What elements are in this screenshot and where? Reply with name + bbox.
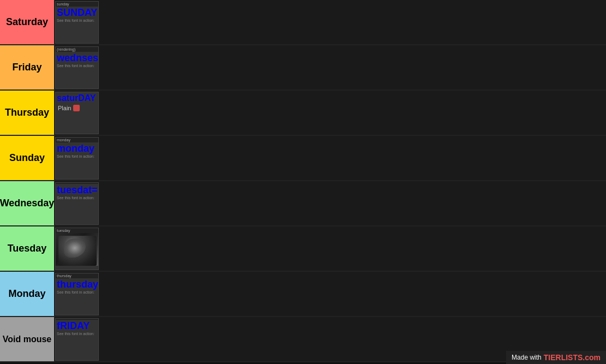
tier-items-tuesday[interactable]: tuesday bbox=[54, 226, 606, 271]
card-label-small: thursday bbox=[56, 273, 98, 278]
card-main-text: SUNDAY bbox=[56, 7, 98, 19]
card-label-small: sunday bbox=[56, 2, 98, 7]
tier-label-voidmouse: Void mouse bbox=[0, 317, 54, 361]
card-image bbox=[56, 233, 98, 266]
footer-brand: TIERLISTS.com bbox=[544, 353, 601, 362]
card-label-small: tuesday bbox=[56, 228, 98, 233]
card-main-text: saturDAY bbox=[56, 92, 98, 103]
tier-items-wednesday[interactable]: tuesdat= See this font in action: bbox=[54, 181, 606, 225]
tier-items-monday[interactable]: thursday thursday See this font in actio… bbox=[54, 272, 606, 316]
card-sub-text: See this font in action: bbox=[56, 63, 98, 68]
tier-card-saturday-card[interactable]: saturDAY Plain bbox=[55, 92, 99, 134]
card-main-text: tuesdat= bbox=[56, 184, 98, 196]
footer-made-with: Made with bbox=[512, 354, 542, 361]
tier-card-monday-card[interactable]: monday monday See this font in action: bbox=[55, 137, 99, 180]
footer: Made with TIERLISTS.com bbox=[506, 351, 606, 364]
card-plain: Plain bbox=[57, 104, 72, 112]
tier-items-sunday[interactable]: monday monday See this font in action: bbox=[54, 136, 606, 180]
tier-label-saturday: Saturday bbox=[0, 0, 54, 44]
card-main-text: fRIDAY bbox=[56, 320, 98, 332]
tier-row-wednesday: Wednesday tuesdat= See this font in acti… bbox=[0, 181, 606, 226]
tier-card-sunday-card[interactable]: sunday SUNDAY See this font in action: bbox=[55, 1, 99, 44]
tier-card-friday-card[interactable]: fRIDAY See this font in action: bbox=[55, 318, 99, 361]
tier-row-tuesday: Tuesday tuesday bbox=[0, 226, 606, 272]
card-label-small: monday bbox=[56, 138, 98, 142]
tier-card-image-card[interactable]: tuesday bbox=[55, 228, 99, 270]
tier-items-friday[interactable]: (rendering) wednsesne See this font in a… bbox=[54, 45, 606, 89]
card-sub-text: See this font in action: bbox=[56, 331, 98, 336]
tier-label-wednesday: Wednesday bbox=[0, 181, 54, 225]
card-main-text: wednsesne bbox=[56, 52, 98, 64]
tier-label-thursday: Thursday bbox=[0, 91, 54, 135]
tier-row-thursday: Thursday saturDAY Plain bbox=[0, 91, 606, 136]
card-main-text: thursday bbox=[56, 278, 98, 290]
tier-items-saturday[interactable]: sunday SUNDAY See this font in action: bbox=[54, 0, 606, 44]
tier-label-friday: Friday bbox=[0, 45, 54, 89]
card-sub-text: See this font in action: bbox=[56, 195, 98, 200]
card-main-text: monday bbox=[56, 142, 98, 154]
card-badge bbox=[73, 105, 80, 111]
card-sub-text: See this font in action: bbox=[56, 18, 98, 23]
tier-label-sunday: Sunday bbox=[0, 136, 54, 180]
tier-row-sunday: Sunday monday monday See this font in ac… bbox=[0, 136, 606, 181]
tier-row-friday: Friday (rendering) wednsesne See this fo… bbox=[0, 45, 606, 91]
tier-row-monday: Monday thursday thursday See this font i… bbox=[0, 272, 606, 317]
tier-card-thursday-card[interactable]: thursday thursday See this font in actio… bbox=[55, 273, 99, 315]
tier-card-wednesday-card[interactable]: (rendering) wednsesne See this font in a… bbox=[55, 46, 99, 89]
card-label-small: (rendering) bbox=[56, 47, 98, 52]
tier-card-tuesday-card[interactable]: tuesdat= See this font in action: bbox=[55, 182, 99, 225]
tier-row-saturday: Saturday sunday SUNDAY See this font in … bbox=[0, 0, 606, 45]
tier-label-monday: Monday bbox=[0, 272, 54, 316]
tier-label-tuesday: Tuesday bbox=[0, 226, 54, 271]
tier-items-thursday[interactable]: saturDAY Plain bbox=[54, 91, 606, 135]
card-sub-text: See this font in action: bbox=[56, 290, 98, 295]
card-sub-text: See this font in action: bbox=[56, 154, 98, 159]
